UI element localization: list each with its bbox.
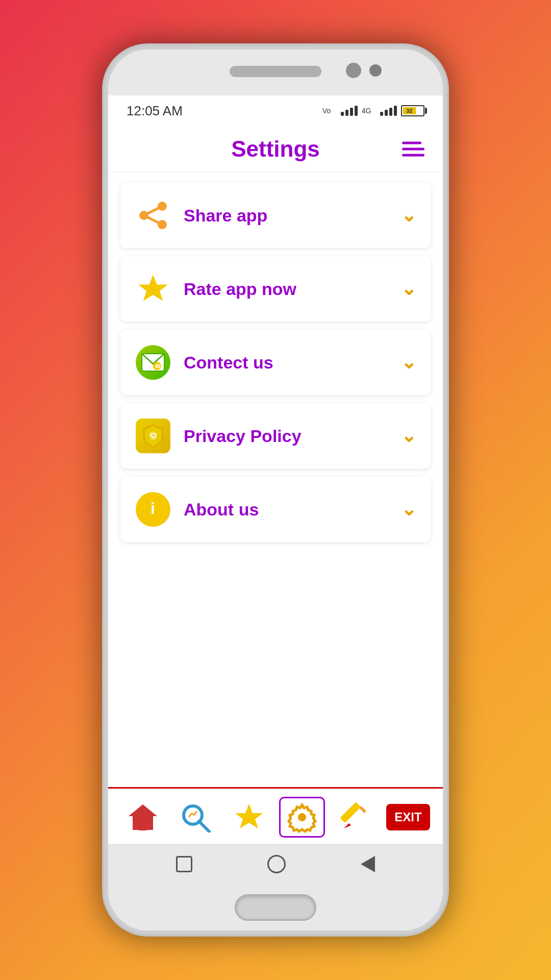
content-spacer [108,552,443,787]
status-bar: 12:05 AM Vo 4G [108,95,443,126]
phone-screen: 12:05 AM Vo 4G [108,50,443,930]
svg-text:i: i [151,499,155,518]
svg-rect-26 [340,802,361,823]
email-icon: ✉ [135,344,171,381]
contact-us-label: Contect us [184,353,389,373]
nav-settings[interactable] [279,797,325,838]
volte-icon: Vo [322,105,337,116]
signal-bars-1 [341,106,358,116]
menu-button[interactable] [402,142,424,157]
android-nav-bar [108,844,443,885]
info-icon: i [135,491,171,528]
svg-text:Vo: Vo [322,107,331,115]
main-content: Settings [108,126,443,885]
nav-edit[interactable] [332,797,378,838]
phone-bottom-area [108,885,443,930]
front-camera [346,63,361,78]
rate-app-label: Rate app now [184,279,389,299]
nav-favorites[interactable] [226,797,272,838]
svg-line-6 [144,215,162,225]
settings-item-share-app[interactable]: Share app ⌄ [120,183,431,248]
settings-item-rate-app[interactable]: Rate app now ⌄ [120,256,431,322]
svg-line-5 [144,206,162,215]
pencil-icon [340,802,370,832]
page-title: Settings [231,136,320,162]
shield-icon: 🛡 [135,418,171,454]
menu-line-2 [402,148,424,151]
share-icon [135,197,171,234]
svg-text:🛡: 🛡 [150,432,157,440]
menu-line-1 [402,142,421,144]
settings-list: Share app ⌄ Rate app now ⌄ [108,173,443,552]
favorites-star-icon [234,802,264,832]
share-app-label: Share app [184,206,389,226]
svg-line-18 [199,821,209,831]
rate-app-chevron: ⌄ [401,278,416,300]
phone-top-area [108,50,443,95]
star-icon [135,271,171,307]
privacy-policy-chevron: ⌄ [401,425,416,447]
status-icons: Vo 4G 3 [322,105,424,116]
svg-marker-28 [359,806,366,813]
svg-point-25 [299,814,305,820]
app-header: Settings [108,126,443,173]
privacy-policy-label: Privacy Policy [184,426,389,446]
battery-level: 32 [403,107,416,114]
settings-gear-icon [286,801,318,834]
android-back-button[interactable] [361,856,375,872]
settings-item-contact-us[interactable]: ✉ Contect us ⌄ [120,330,431,395]
home-icon [127,802,159,832]
svg-rect-16 [139,821,147,830]
svg-marker-7 [138,275,168,301]
bottom-navigation: EXIT [108,787,443,844]
status-time: 12:05 AM [127,103,183,119]
nav-search[interactable] [173,797,219,838]
nav-exit[interactable]: EXIT [385,797,431,838]
speaker-grille [230,66,321,77]
android-recents-button[interactable] [176,856,192,872]
search-magnify-icon [180,802,212,832]
share-app-chevron: ⌄ [401,205,416,226]
settings-item-privacy-policy[interactable]: 🛡 Privacy Policy ⌄ [120,403,431,469]
settings-item-about-us[interactable]: i About us ⌄ [120,477,431,542]
svg-line-21 [194,811,197,815]
exit-button[interactable]: EXIT [386,804,430,830]
about-us-label: About us [184,500,389,520]
physical-home-button[interactable] [235,894,316,921]
svg-marker-22 [235,804,263,828]
signal-bars-2 [380,106,397,116]
phone-frame: 12:05 AM Vo 4G [102,43,449,937]
android-home-button[interactable] [267,855,286,873]
contact-us-chevron: ⌄ [401,352,416,373]
svg-text:✉: ✉ [155,363,160,370]
menu-line-3 [402,154,424,157]
4g-icon: 4G [362,105,376,116]
svg-marker-27 [344,823,351,828]
front-camera-2 [369,64,382,77]
svg-text:4G: 4G [362,107,371,115]
about-us-chevron: ⌄ [401,499,416,520]
nav-home[interactable] [120,797,166,838]
battery-indicator: 32 [401,105,424,116]
